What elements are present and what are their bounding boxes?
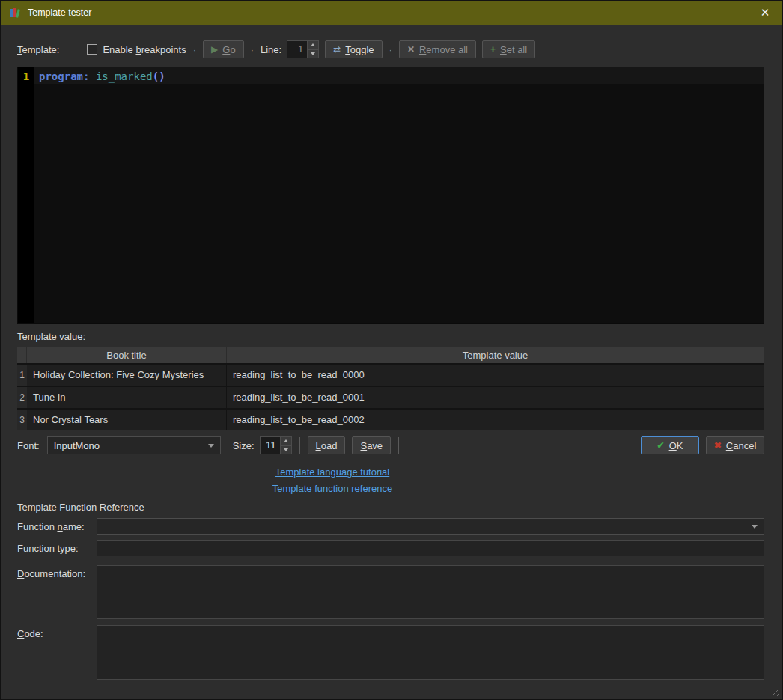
- function-type-field[interactable]: [97, 540, 764, 556]
- editor-code-area[interactable]: program: is_marked(): [34, 67, 764, 323]
- template-value-cell: reading_list_to_be_read_0002: [227, 410, 764, 430]
- cancel-button[interactable]: ✖ Cancel: [706, 436, 764, 454]
- links-row: Template language tutorial: [1, 466, 664, 478]
- results-table: Book title Template value 1 Holiday Coll…: [17, 347, 764, 430]
- line-number: 1: [18, 67, 34, 84]
- separator: [398, 437, 399, 454]
- size-spinner-arrows: [280, 437, 291, 454]
- function-name-row: Function name:: [1, 518, 782, 535]
- code-function-name: is_marked: [96, 70, 153, 82]
- links-row: Template function reference: [1, 483, 664, 494]
- check-icon: ✔: [657, 441, 665, 450]
- spin-down-icon[interactable]: [281, 445, 291, 454]
- chevron-down-icon: [208, 444, 214, 448]
- load-button[interactable]: Load: [308, 436, 346, 454]
- cancel-button-label: Cancel: [726, 440, 756, 451]
- x-icon: ✖: [714, 441, 722, 450]
- play-icon: ▶: [211, 45, 218, 54]
- ok-button-label: OK: [669, 440, 683, 451]
- separator-dot: ·: [193, 44, 196, 55]
- separator: [299, 437, 300, 454]
- toggle-button[interactable]: ⇄ Toggle: [325, 40, 382, 58]
- row-number: 1: [17, 365, 27, 386]
- row-number: 2: [17, 387, 27, 408]
- code-row: Code:: [1, 625, 782, 680]
- line-spinner-arrows: [307, 41, 318, 58]
- close-icon[interactable]: ✕: [757, 1, 773, 25]
- separator-dot: ·: [251, 44, 254, 55]
- titlebar: Template tester ✕: [1, 1, 782, 25]
- template-value-cell: reading_list_to_be_read_0001: [227, 387, 764, 408]
- size-label: Size:: [233, 440, 255, 451]
- size-value: 11: [261, 437, 280, 454]
- set-all-button[interactable]: + Set all: [482, 40, 535, 58]
- row-number: 3: [17, 410, 27, 430]
- book-title-cell: Tune In: [27, 387, 227, 408]
- results-table-header: Book title Template value: [17, 347, 764, 363]
- save-button-label: Save: [360, 440, 383, 451]
- table-row[interactable]: 1 Holiday Collection: Five Cozy Mysterie…: [17, 363, 764, 386]
- ok-button[interactable]: ✔ OK: [641, 436, 699, 454]
- table-row[interactable]: 3 Nor Crystal Tears reading_list_to_be_r…: [17, 408, 764, 430]
- template-editor[interactable]: 1 program: is_marked(): [17, 67, 764, 324]
- go-button-label: Go: [222, 44, 235, 55]
- font-family-value: InputMono: [54, 440, 100, 451]
- code-label: Code:: [17, 625, 97, 639]
- window-title: Template tester: [28, 7, 91, 18]
- documentation-label: Documentation:: [17, 565, 97, 579]
- template-language-tutorial-link[interactable]: Template language tutorial: [275, 466, 390, 478]
- template-value-label: Template value:: [17, 331, 764, 342]
- code-textarea[interactable]: [97, 625, 764, 680]
- function-name-select[interactable]: [97, 518, 764, 535]
- table-corner-cell: [17, 347, 27, 363]
- code-parens: (): [153, 70, 165, 82]
- column-header-book-title[interactable]: Book title: [27, 347, 227, 363]
- separator-dot: ·: [389, 44, 392, 55]
- size-spinner[interactable]: 11: [260, 436, 292, 454]
- function-type-label: Function type:: [17, 540, 97, 554]
- plus-icon: +: [490, 45, 496, 54]
- code-space: [89, 70, 95, 82]
- remove-all-button-label: Remove all: [419, 44, 468, 55]
- function-name-label: Function name:: [17, 518, 97, 532]
- template-tester-window: Template tester ✕ Template: Enable break…: [0, 0, 783, 700]
- template-function-reference-link[interactable]: Template function reference: [272, 483, 392, 494]
- save-button[interactable]: Save: [352, 436, 391, 454]
- line-value: 1: [287, 41, 307, 58]
- template-tester-icon: [10, 7, 22, 19]
- enable-breakpoints-label[interactable]: Enable breakpoints: [103, 44, 186, 55]
- spin-up-icon[interactable]: [281, 437, 291, 445]
- template-label: Template:: [17, 44, 59, 55]
- load-button-label: Load: [316, 440, 338, 451]
- book-title-cell: Holiday Collection: Five Cozy Mysteries: [27, 365, 227, 386]
- remove-all-button[interactable]: ✕ Remove all: [399, 40, 476, 58]
- toolbar: Template: Enable breakpoints · ▶ Go · Li…: [17, 40, 764, 59]
- font-bar: Font: InputMono Size: 11 Load Save ✔ OK …: [17, 436, 764, 455]
- resize-grip[interactable]: [770, 687, 779, 696]
- function-reference-heading: Template Function Reference: [17, 502, 764, 513]
- spin-up-icon[interactable]: [308, 41, 318, 49]
- font-label: Font:: [17, 440, 40, 451]
- documentation-row: Documentation:: [1, 565, 782, 619]
- template-value-cell: reading_list_to_be_read_0000: [227, 365, 764, 386]
- editor-line-number-gutter: 1: [18, 67, 34, 323]
- table-row[interactable]: 2 Tune In reading_list_to_be_read_0001: [17, 386, 764, 408]
- code-keyword: program:: [39, 70, 89, 82]
- toggle-breakpoint-icon: ⇄: [333, 45, 341, 54]
- editor-code-line: program: is_marked(): [34, 67, 764, 84]
- line-spinner[interactable]: 1: [287, 40, 319, 58]
- documentation-textarea[interactable]: [97, 565, 764, 619]
- chevron-down-icon: [752, 525, 758, 529]
- column-header-template-value[interactable]: Template value: [227, 347, 764, 363]
- function-type-row: Function type:: [1, 540, 782, 556]
- spin-down-icon[interactable]: [308, 49, 318, 58]
- remove-all-x-icon: ✕: [407, 45, 415, 54]
- book-title-cell: Nor Crystal Tears: [27, 410, 227, 430]
- line-label: Line:: [261, 44, 281, 55]
- set-all-button-label: Set all: [500, 44, 527, 55]
- go-button[interactable]: ▶ Go: [203, 40, 244, 58]
- enable-breakpoints-checkbox[interactable]: [87, 44, 97, 55]
- toggle-button-label: Toggle: [345, 44, 374, 55]
- font-family-select[interactable]: InputMono: [47, 436, 221, 454]
